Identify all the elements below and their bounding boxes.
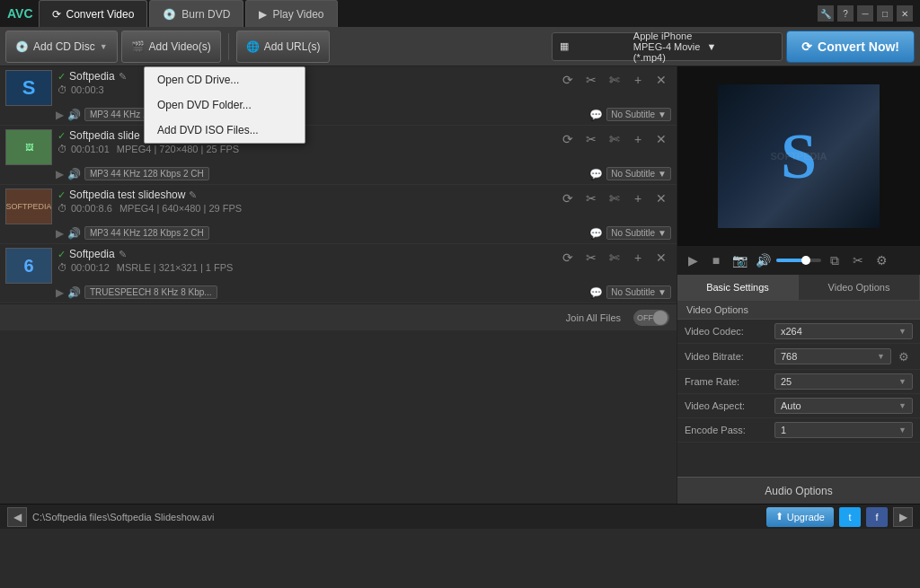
- video-codec-row: Video Codec: x264 ▼: [677, 320, 920, 344]
- format-tag: TRUESPEECH 8 KHz 8 Kbp...: [84, 285, 217, 299]
- facebook-button[interactable]: f: [866, 507, 888, 527]
- file-list: S ✓ Softpedia ✎ ⏱ 00:00:3 ⟳ ✂ ✄: [0, 66, 677, 504]
- video-bitrate-select[interactable]: 768 ▼: [774, 348, 891, 364]
- video-bitrate-label: Video Bitrate:: [685, 351, 774, 362]
- audio-icon: 🔊: [67, 109, 81, 121]
- edit-icon[interactable]: ✎: [189, 189, 197, 201]
- refresh-btn[interactable]: ⟳: [558, 248, 578, 268]
- crop-btn[interactable]: ✄: [605, 129, 624, 149]
- close-btn[interactable]: ✕: [897, 5, 913, 22]
- format-icon: ▦: [560, 40, 628, 52]
- list-item: 🖼 ✓ Softpedia slide ✎ ⏱ 00:01:01 MPEG4 |…: [0, 126, 677, 185]
- tab-burn-dvd[interactable]: 💿 Burn DVD: [149, 0, 243, 27]
- remove-btn[interactable]: ✕: [651, 70, 671, 90]
- upgrade-button[interactable]: ⬆ Upgrade: [766, 507, 834, 527]
- remove-btn[interactable]: ✕: [651, 248, 671, 268]
- add-btn[interactable]: +: [628, 70, 648, 90]
- clock-icon: ⏱: [58, 84, 67, 95]
- add-url-button[interactable]: 🌐 Add URL(s): [236, 31, 331, 63]
- remove-btn[interactable]: ✕: [651, 189, 671, 208]
- duration: 00:00:12: [71, 262, 110, 273]
- volume-button[interactable]: 🔊: [753, 250, 773, 270]
- screenshot-button[interactable]: 📷: [730, 250, 749, 270]
- subtitle-arrow: ▼: [658, 169, 667, 179]
- clock-icon: ⏱: [58, 262, 67, 273]
- remove-btn[interactable]: ✕: [651, 129, 671, 149]
- nav-back-button[interactable]: ◀: [7, 507, 27, 527]
- cut-btn[interactable]: ✂: [581, 129, 601, 149]
- join-toggle[interactable]: OFF: [633, 310, 669, 326]
- cut-btn[interactable]: ✂: [581, 248, 601, 268]
- video-options-title: Video Options: [677, 301, 920, 320]
- tab-convert-video[interactable]: ⟳ Convert Video: [39, 0, 148, 27]
- audio-icon: 🔊: [67, 168, 81, 180]
- subtitle-icon: 💬: [589, 109, 603, 121]
- clock-icon: ⏱: [58, 203, 67, 214]
- cut-btn[interactable]: ✂: [581, 70, 601, 90]
- nav-forward-button[interactable]: ▶: [893, 507, 913, 527]
- file-thumbnail: S: [5, 70, 52, 106]
- convert-icon: ⟳: [801, 39, 812, 54]
- add-video-button[interactable]: 🎬 Add Video(s): [121, 31, 221, 63]
- crop-btn[interactable]: ✄: [605, 248, 624, 268]
- frame-rate-select[interactable]: 25 ▼: [774, 373, 913, 390]
- minimize-btn[interactable]: ─: [857, 5, 873, 22]
- help-btn[interactable]: ?: [837, 5, 854, 22]
- arrow-icon: ▶: [56, 168, 64, 180]
- tab-play-video[interactable]: ▶ Play Video: [245, 0, 337, 27]
- add-cd-dropdown-arrow: ▼: [100, 42, 108, 51]
- arrow-icon: ▶: [56, 109, 64, 121]
- upgrade-icon: ⬆: [775, 511, 783, 522]
- add-cd-button[interactable]: 💿 Add CD Disc ▼: [5, 31, 118, 63]
- toggle-thumb: [653, 311, 668, 325]
- subtitle-select[interactable]: No Subtitle ▼: [606, 226, 671, 240]
- preview-controls: ▶ ■ 📷 🔊 ⧉ ✂ ⚙: [677, 246, 920, 275]
- video-codec-select[interactable]: x264 ▼: [774, 323, 913, 339]
- open-cd-drive-item[interactable]: Open CD Drive...: [145, 67, 305, 92]
- refresh-btn[interactable]: ⟳: [558, 189, 578, 208]
- audio-options-button[interactable]: Audio Options: [677, 477, 920, 504]
- subtitle-select[interactable]: No Subtitle ▼: [606, 108, 671, 121]
- add-video-dropdown: Open CD Drive... Open DVD Folder... Add …: [144, 66, 305, 144]
- refresh-btn[interactable]: ⟳: [558, 129, 578, 149]
- convert-now-button[interactable]: ⟳ Convert Now!: [786, 31, 915, 63]
- subtitle-icon: 💬: [589, 227, 603, 240]
- bitrate-settings-button[interactable]: ⚙: [895, 347, 913, 365]
- loop-button[interactable]: ⧉: [825, 250, 845, 270]
- play-button[interactable]: ▶: [683, 250, 703, 270]
- video-aspect-select[interactable]: Auto ▼: [774, 398, 913, 414]
- encode-pass-row: Encode Pass: 1 ▼: [677, 418, 920, 443]
- subtitle-select[interactable]: No Subtitle ▼: [606, 167, 671, 180]
- add-btn[interactable]: +: [628, 129, 648, 149]
- content-area: S ✓ Softpedia ✎ ⏱ 00:00:3 ⟳ ✂ ✄: [0, 66, 920, 504]
- stop-button[interactable]: ■: [706, 250, 726, 270]
- maximize-btn[interactable]: □: [877, 5, 893, 22]
- volume-slider[interactable]: [776, 259, 821, 262]
- open-dvd-folder-item[interactable]: Open DVD Folder...: [145, 92, 305, 118]
- subtitle-select[interactable]: No Subtitle ▼: [606, 285, 671, 299]
- add-btn[interactable]: +: [628, 189, 648, 208]
- encode-pass-select[interactable]: 1 ▼: [774, 422, 913, 438]
- effect-button[interactable]: ⚙: [871, 250, 891, 270]
- app-icon: AVC: [7, 6, 33, 21]
- main-toolbar: 💿 Add CD Disc ▼ 🎬 Add Video(s) Open CD D…: [0, 27, 920, 66]
- settings-btn[interactable]: 🔧: [818, 5, 834, 22]
- subtitle-icon: 💬: [589, 286, 603, 299]
- audio-icon: 🔊: [67, 227, 81, 240]
- format-selector[interactable]: ▦ Apple iPhone MPEG-4 Movie (*.mp4) ▼: [552, 32, 783, 61]
- list-item: S ✓ Softpedia ✎ ⏱ 00:00:3 ⟳ ✂ ✄: [0, 66, 677, 126]
- cut-btn[interactable]: ✂: [581, 189, 601, 208]
- edit-icon[interactable]: ✎: [119, 71, 127, 83]
- twitter-button[interactable]: t: [839, 507, 861, 527]
- cut-button[interactable]: ✂: [848, 250, 868, 270]
- add-dvd-iso-item[interactable]: Add DVD ISO Files...: [145, 118, 305, 143]
- crop-btn[interactable]: ✄: [605, 189, 624, 208]
- video-options-tab[interactable]: Video Options: [799, 275, 920, 300]
- basic-settings-tab[interactable]: Basic Settings: [677, 275, 799, 300]
- add-btn[interactable]: +: [628, 248, 648, 268]
- volume-thumb: [801, 256, 810, 265]
- crop-btn[interactable]: ✄: [605, 70, 624, 90]
- edit-icon[interactable]: ✎: [119, 249, 127, 260]
- format-dropdown-arrow: ▼: [706, 41, 774, 52]
- refresh-btn[interactable]: ⟳: [558, 70, 578, 90]
